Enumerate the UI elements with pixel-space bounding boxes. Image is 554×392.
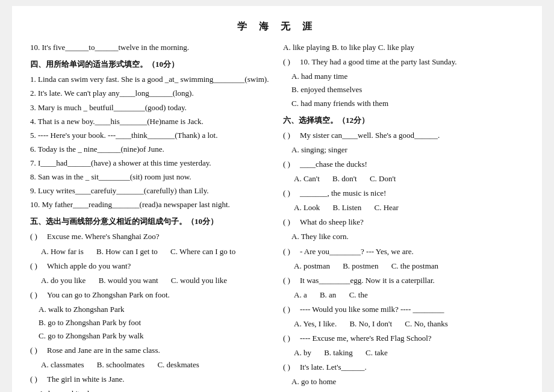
sec6-q7-text: ---- Would you like some milk? ---- ____… (300, 303, 444, 316)
sec4-q2: 2. It's late. We can't play any____long_… (30, 87, 271, 100)
sec5-q4-opt-c: C. deskmates (157, 358, 199, 372)
sec6-q1-paren: ( ) (283, 129, 300, 142)
sec5-q1-row: ( ) Excuse me. Where's Shanghai Zoo? (30, 230, 271, 243)
sec5-q4-opt-b: B. schoolmates (97, 358, 145, 372)
sec6-q5-opt-a: A. postman (294, 260, 330, 273)
sec6-q4-text: What do sheep like? (300, 216, 364, 229)
right-q-a: A. like playing B. to like play C. like … (283, 41, 524, 54)
sec6-q10-row: ( ) Whose desk is this? --- It's________… (283, 390, 524, 392)
sec6-q8-opts: A. by B. taking C. take (294, 346, 524, 359)
sec5-q5-text: The girl in white is Jane. (47, 373, 125, 386)
sec5-q1-text: Excuse me. Where's Shanghai Zoo? (47, 230, 160, 243)
right-q10-opt-a: A. had many time (291, 70, 524, 83)
sec6-q6-text: It was________egg. Now it is a caterpill… (300, 274, 435, 287)
sec6-q2-text: ____chase the ducks! (300, 158, 367, 171)
sec5-q3-text: You can go to Zhongshan Park on foot. (47, 288, 170, 302)
sec5-q1-paren: ( ) (30, 230, 47, 243)
sec6-q6-paren: ( ) (283, 274, 300, 287)
sec6-q8-opt-b: B. taking (324, 346, 353, 359)
sec6-q3-paren: ( ) (283, 187, 300, 200)
sec6-q2-opts: A. Can't B. don't C. Don't (294, 172, 524, 185)
sec5-q2-row: ( ) Which apple do you want? (30, 260, 271, 273)
sec5-q2-opts: A. do you like B. would you want C. woul… (41, 274, 271, 287)
sec6-q2-opt-a: A. Can't (294, 172, 320, 185)
sec6-q9-row: ( ) It's late. Let's______. (283, 361, 524, 374)
right-column: A. like playing B. to like play C. like … (283, 40, 524, 392)
sec5-q3-opt-a: A. walk to Zhongshan Park (39, 303, 271, 316)
right-q10-opt-c: C. had many friends with them (291, 97, 524, 110)
right-q10-row: ( ) 10. They had a good time at the part… (283, 55, 524, 69)
sec4-title: 四、用所给单词的适当形式填空。（10分） (30, 58, 271, 71)
sec5-q5-opt-a: A. has a white dress (39, 387, 271, 392)
sec6-q2-opt-b: B. don't (332, 172, 357, 185)
sec6-q1-text: My sister can____well. She's a good_____… (300, 129, 440, 142)
sec6-q5-paren: ( ) (283, 245, 300, 258)
sec6-q6-opts: A. a B. an C. the (294, 288, 524, 302)
sec6-q3-opt-b: B. Listen (333, 201, 362, 214)
sec6-q3-text: _______, the music is nice! (300, 187, 386, 200)
sec5-q1-opt-b: B. How can I get to (96, 245, 158, 258)
sec6-q6-row: ( ) It was________egg. Now it is a cater… (283, 274, 524, 287)
q10-header: 10. It's five______to______twelve in the… (30, 41, 271, 54)
sec6-q8-opt-c: C. take (366, 346, 388, 359)
sec4-q9: 9. Lucy writes____carefuiy_______(carefu… (30, 184, 271, 198)
right-q10-paren: ( ) (283, 55, 300, 69)
sec6-q2-paren: ( ) (283, 158, 300, 171)
sec6-q4-row: ( ) What do sheep like? (283, 216, 524, 229)
sec6-q3-opt-a: A. Look (294, 201, 320, 214)
sec6-q5-text: - Are you________? --- Yes, we are. (300, 245, 414, 258)
left-column: 10. It's five______to______twelve in the… (30, 40, 271, 392)
sec6-q8-opt-a: A. by (294, 346, 311, 359)
sec5-q3-opt-b: B. go to Zhongshan Park by foot (39, 316, 271, 329)
sec6-q8-paren: ( ) (283, 332, 300, 345)
exam-page: 学 海 无 涯 10. It's five______to______twelv… (12, 6, 542, 392)
sec4-q7: 7. I____had______(have) a shower at this… (30, 157, 271, 170)
sec6-q3-row: ( ) _______, the music is nice! (283, 187, 524, 200)
sec6-q5-opts: A. postman B. postmen C. the postman (294, 260, 524, 273)
sec6-q7-opt-a: A. Yes, I like. (294, 317, 337, 331)
sec4-q3: 3. Mary is much _ beutfuil________(good)… (30, 101, 271, 114)
right-q10-text: They had a good time at the party last S… (312, 55, 457, 69)
sec5-q2-opt-b: B. would you want (99, 274, 158, 287)
sec6-q7-opts: A. Yes, I like. B. No, I don't C. No, th… (294, 317, 524, 331)
sec6-q6-opt-c: C. the (349, 288, 368, 302)
sec5-q3-row: ( ) You can go to Zhongshan Park on foot… (30, 288, 271, 302)
sec6-q1-row: ( ) My sister can____well. She's a good_… (283, 129, 524, 142)
sec5-q3-opt-c: C. go to Zhongshan Park by walk (39, 329, 271, 343)
right-q10-num: 10. (300, 55, 310, 69)
sec5-q4-text: Rose and Jane are in the same class. (47, 344, 160, 357)
sec4-q4: 4. That is a new boy.____his_______(He)n… (30, 115, 271, 128)
sec6-title: 六、选择填空。（12分） (283, 114, 524, 127)
sec5-q2-opt-a: A. do you like (41, 274, 86, 287)
sec4-q6: 6. Today is the _ nine______(nine)of Jun… (30, 143, 271, 156)
sec5-q2-paren: ( ) (30, 260, 47, 273)
sec5-q1-opt-a: A. How far is (41, 245, 84, 258)
sec6-q7-opt-c: C. No, thanks (405, 317, 448, 331)
sec6-q9-paren: ( ) (283, 361, 300, 374)
sec4-q5: 5. ---- Here's your book. ---____think__… (30, 129, 271, 142)
sec6-q9-opt-a: A. go to home (291, 375, 524, 388)
sec5-q5-paren: ( ) (30, 373, 47, 386)
sec6-q10-text: Whose desk is this? --- It's_________. (300, 390, 420, 392)
sec6-q7-paren: ( ) (283, 303, 300, 316)
sec6-q5-row: ( ) - Are you________? --- Yes, we are. (283, 245, 524, 258)
page-title: 学 海 无 涯 (30, 18, 524, 34)
sec6-q7-opt-b: B. No, I don't (349, 317, 392, 331)
sec6-q1-opt-a: A. singing; singer (291, 143, 524, 157)
sec5-q4-row: ( ) Rose and Jane are in the same class. (30, 344, 271, 357)
sec5-q5-row: ( ) The girl in white is Jane. (30, 373, 271, 386)
sec6-q7-row: ( ) ---- Would you like some milk? ---- … (283, 303, 524, 316)
main-content: 10. It's five______to______twelve in the… (30, 40, 524, 392)
sec5-q1-opts: A. How far is B. How can I get to C. Whe… (41, 245, 271, 258)
sec6-q8-row: ( ) ---- Excuse me, where's Red Flag Sch… (283, 332, 524, 345)
sec6-q5-opt-c: C. the postman (391, 260, 438, 273)
sec6-q3-opts: A. Look B. Listen C. Hear (294, 201, 524, 214)
sec6-q8-text: ---- Excuse me, where's Red Flag School? (300, 332, 432, 345)
sec6-q4-opt-a: A. They like corn. (291, 230, 524, 243)
sec6-q4-paren: ( ) (283, 216, 300, 229)
sec5-q4-opt-a: A. classmates (41, 358, 84, 372)
sec5-q1-opt-c: C. Where can I go to (170, 245, 235, 258)
sec5-q4-opts: A. classmates B. schoolmates C. deskmate… (41, 358, 271, 372)
sec4-q8: 8. San was in the _ sit________(sit) roo… (30, 170, 271, 184)
sec5-q4-paren: ( ) (30, 344, 47, 357)
